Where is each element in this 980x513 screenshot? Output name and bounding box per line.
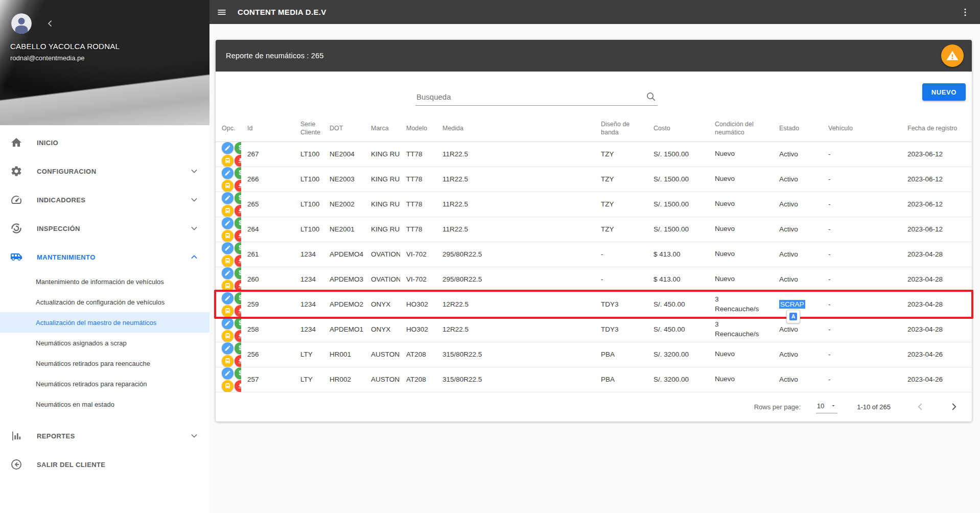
sidebar-item-inspeccion[interactable]: INSPECCIÓN bbox=[0, 214, 209, 243]
cell-id: 260 bbox=[241, 267, 294, 292]
cell-diseno-banda: TDY3 bbox=[595, 292, 647, 317]
cell-vehiculo: - bbox=[822, 267, 901, 292]
download-arrow-icon[interactable] bbox=[235, 355, 241, 367]
cell-modelo: VI-702 bbox=[400, 267, 436, 292]
vehicle-bus-icon[interactable] bbox=[222, 280, 234, 292]
cell-costo: $ 413.00 bbox=[647, 267, 709, 292]
cell-vehiculo: - bbox=[822, 217, 901, 242]
edit-pencil-icon[interactable] bbox=[222, 167, 234, 179]
chevron-left-icon[interactable] bbox=[45, 18, 55, 29]
sidebar-subitem-actualizacion-del-maestro-de-neumaticos[interactable]: Actualización del maestro de neumáticos bbox=[0, 312, 209, 333]
download-arrow-icon[interactable] bbox=[235, 255, 241, 267]
cell-dot: NE2001 bbox=[323, 217, 365, 242]
kebab-menu-icon[interactable] bbox=[956, 4, 974, 21]
cell-costo: S/. 3200.00 bbox=[647, 367, 709, 392]
column-header-opc: Opc. bbox=[216, 115, 241, 142]
download-arrow-icon[interactable] bbox=[235, 330, 241, 342]
download-arrow-icon[interactable] bbox=[235, 380, 241, 392]
edit-pencil-icon[interactable] bbox=[222, 367, 234, 379]
cell-condicion: Nuevo bbox=[709, 217, 773, 242]
edit-pencil-icon[interactable] bbox=[222, 267, 234, 279]
column-header-dot: DOT bbox=[323, 115, 365, 142]
vehicle-bus-icon[interactable] bbox=[222, 305, 234, 317]
app-bar: CONTENT MEDIA D.E.V bbox=[209, 0, 980, 24]
cell-serie-cliente: 1234 bbox=[294, 292, 323, 317]
download-arrow-icon[interactable] bbox=[235, 180, 241, 192]
download-arrow-icon[interactable] bbox=[235, 155, 241, 167]
cell-vehiculo: - bbox=[822, 292, 901, 317]
sidebar-subitem-neumaticos-retirados-para-reencauche[interactable]: Neumáticos retirados para reencauche bbox=[0, 353, 209, 374]
sidebar-subitem-neumaticos-retirados-para-reparacion[interactable]: Neumáticos retirados para reparación bbox=[0, 374, 209, 394]
vehicle-bus-icon[interactable] bbox=[222, 330, 234, 342]
hamburger-icon[interactable] bbox=[213, 4, 230, 21]
edit-pencil-icon[interactable] bbox=[222, 192, 234, 204]
sidebar-subitem-neumaticos-asignados-a-scrap[interactable]: Neumáticos asignados a scrap bbox=[0, 333, 209, 353]
vehicle-bus-icon[interactable] bbox=[222, 380, 234, 392]
download-arrow-icon[interactable] bbox=[235, 280, 241, 292]
vehicle-bus-icon[interactable] bbox=[222, 180, 234, 192]
warning-button[interactable] bbox=[941, 44, 964, 67]
download-arrow-icon[interactable] bbox=[235, 230, 241, 242]
edit-pencil-icon[interactable] bbox=[222, 142, 234, 154]
money-dollar-icon[interactable]: $ bbox=[235, 317, 241, 329]
estado-value: Activo bbox=[779, 175, 798, 183]
edit-pencil-icon[interactable] bbox=[222, 317, 234, 329]
cell-costo: S/. 1500.00 bbox=[647, 217, 709, 242]
cell-vehiculo: - bbox=[822, 317, 901, 342]
money-dollar-icon[interactable]: $ bbox=[235, 192, 241, 204]
download-arrow-icon[interactable] bbox=[235, 205, 241, 217]
cell-modelo: HO302 bbox=[400, 292, 436, 317]
vehicle-bus-icon[interactable] bbox=[222, 155, 234, 167]
translate-popup-icon[interactable]: A bbox=[786, 310, 800, 323]
money-dollar-icon[interactable]: $ bbox=[235, 367, 241, 379]
sidebar-subitem-neumaticos-en-mal-estado[interactable]: Neumáticos en mal estado bbox=[0, 394, 209, 414]
edit-pencil-icon[interactable] bbox=[222, 217, 234, 229]
cell-estado: Activo bbox=[773, 142, 822, 167]
sidebar-item-configuracion[interactable]: CONFIGURACION bbox=[0, 157, 209, 185]
money-dollar-icon[interactable]: $ bbox=[235, 217, 241, 229]
sidebar-subitem-actualizacion-de-configuracion-de-vehiculos[interactable]: Actualización de configuración de vehícu… bbox=[0, 292, 209, 312]
money-dollar-icon[interactable]: $ bbox=[235, 142, 241, 154]
money-dollar-icon[interactable]: $ bbox=[235, 342, 241, 354]
vehicle-bus-icon[interactable] bbox=[222, 355, 234, 367]
edit-pencil-icon[interactable] bbox=[222, 292, 234, 304]
cell-diseno-banda: PBA bbox=[595, 367, 647, 392]
money-dollar-icon[interactable]: $ bbox=[235, 242, 241, 254]
cell-condicion: Nuevo bbox=[709, 342, 773, 367]
cell-diseno-banda: - bbox=[595, 242, 647, 267]
cell-medida: 11R22.5 bbox=[436, 142, 595, 167]
search-input[interactable] bbox=[415, 92, 645, 105]
download-arrow-icon[interactable] bbox=[235, 305, 241, 317]
cell-marca: KING RUN bbox=[365, 192, 400, 217]
edit-pencil-icon[interactable] bbox=[222, 242, 234, 254]
sidebar-item-mantenimiento[interactable]: MANTENIMIENTO bbox=[0, 243, 209, 271]
money-dollar-icon[interactable]: $ bbox=[235, 292, 241, 304]
sidebar-item-indicadores[interactable]: INDICADORES bbox=[0, 185, 209, 214]
cell-costo: S/. 1500.00 bbox=[647, 142, 709, 167]
profile-name: CABELLO YACOLCA RODNAL bbox=[10, 42, 120, 51]
vehicle-bus-icon[interactable] bbox=[222, 255, 234, 267]
sidebar-item-reportes[interactable]: REPORTES bbox=[0, 422, 209, 450]
new-button[interactable]: NUEVO bbox=[922, 83, 966, 101]
profile-email: rodnal@contentmedia.pe bbox=[10, 54, 84, 62]
next-page-button[interactable] bbox=[947, 400, 961, 414]
cell-fecha-registro: 2023-04-26 bbox=[901, 342, 972, 367]
cell-condicion: Nuevo bbox=[709, 242, 773, 267]
edit-pencil-icon[interactable] bbox=[222, 342, 234, 354]
cell-serie-cliente: LT100 bbox=[294, 167, 323, 192]
money-dollar-icon[interactable]: $ bbox=[235, 267, 241, 279]
money-dollar-icon[interactable]: $ bbox=[235, 167, 241, 179]
table-row: $ 257 LTY HR002 AUSTONE AT208 315/80R22.… bbox=[216, 367, 972, 392]
sidebar-item-salir-del-cliente[interactable]: SALIR DEL CLIENTE bbox=[0, 450, 209, 479]
cell-marca: OVATION bbox=[365, 267, 400, 292]
previous-page-button[interactable] bbox=[913, 400, 927, 414]
sidebar-item-inicio[interactable]: INICIO bbox=[0, 128, 209, 157]
cell-marca: KING RUN bbox=[365, 142, 400, 167]
sidebar-subitem-mantenimiento-de-informacion-de-vehiculos[interactable]: Mantenimiento de información de vehículo… bbox=[0, 271, 209, 292]
cell-modelo: HO302 bbox=[400, 317, 436, 342]
vehicle-bus-icon[interactable] bbox=[222, 230, 234, 242]
rows-per-page-select[interactable]: 10 bbox=[816, 401, 837, 413]
vehicle-bus-icon[interactable] bbox=[222, 205, 234, 217]
sidebar-menu: INICIO CONFIGURACION INDICADORES INSPECC… bbox=[0, 125, 209, 479]
app-title: CONTENT MEDIA D.E.V bbox=[238, 8, 326, 16]
